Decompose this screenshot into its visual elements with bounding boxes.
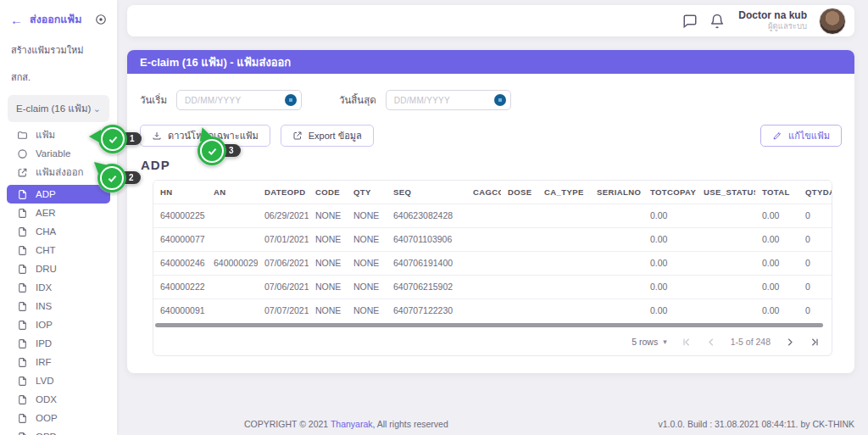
pagination-bar: 5 rows ▾ 1-5 of 248 bbox=[153, 328, 832, 355]
table-body: 64000022506/29/2021NONENONE6406230824280… bbox=[153, 204, 832, 322]
file-icon bbox=[17, 301, 28, 312]
first-page-icon[interactable] bbox=[680, 336, 693, 349]
table-cell bbox=[466, 227, 501, 251]
sidebar-item-create-new-file[interactable]: สร้างแฟ้มรวมใหม่ bbox=[0, 31, 117, 58]
sidebar-item-label: ODX bbox=[36, 394, 57, 404]
sidebar-header: ← ส่งออกแฟ้ม bbox=[0, 8, 117, 31]
table-cell bbox=[537, 204, 590, 227]
export-data-button[interactable]: Export ข้อมูล bbox=[281, 125, 374, 147]
sidebar-item-opd[interactable]: OPD bbox=[7, 427, 110, 435]
table-cell: 640000077 bbox=[153, 227, 207, 251]
table-cell: NONE bbox=[309, 227, 347, 251]
sidebar-item-odx[interactable]: ODX bbox=[7, 390, 110, 409]
export-icon bbox=[292, 131, 303, 141]
calendar-icon[interactable] bbox=[285, 94, 297, 106]
page-range: 1-5 of 248 bbox=[731, 337, 771, 347]
rows-per-page-select[interactable]: 5 rows ▾ bbox=[632, 337, 666, 347]
sidebar-item-label: AER bbox=[36, 208, 56, 218]
brand-link[interactable]: Thanyarak bbox=[331, 419, 373, 429]
table-cell: 640707122230 bbox=[387, 298, 466, 322]
eclaim-dropdown[interactable]: E-claim (16 แฟ้ม) ⌄ bbox=[8, 95, 109, 122]
table-cell: 0.00 bbox=[755, 204, 798, 227]
table-cell: NONE bbox=[347, 227, 387, 251]
footer: COPYRIGHT © 2021 Thanyarak, All rights r… bbox=[244, 419, 854, 429]
sidebar-item-dru[interactable]: DRU bbox=[7, 259, 110, 278]
table-cell bbox=[207, 227, 258, 251]
last-page-icon[interactable] bbox=[809, 336, 821, 349]
chevron-down-icon: ⌄ bbox=[93, 103, 101, 114]
sidebar-item-label: ADP bbox=[36, 189, 56, 199]
chat-icon[interactable] bbox=[682, 14, 698, 29]
sidebar-item-aer[interactable]: AER bbox=[7, 204, 110, 222]
table-cell: 0.00 bbox=[643, 227, 697, 251]
table-cell bbox=[466, 275, 501, 298]
folder-icon bbox=[17, 130, 28, 141]
avatar[interactable] bbox=[819, 8, 846, 35]
sidebar: ← ส่งออกแฟ้ม สร้างแฟ้มรวมใหม่ สกส. E-cla… bbox=[0, 0, 117, 435]
step-annotation-1: 1 bbox=[98, 125, 127, 153]
next-page-icon[interactable] bbox=[783, 336, 796, 349]
sidebar-item-label: IPD bbox=[36, 338, 52, 349]
table-row: 64000007707/01/2021NONENONE6407011039060… bbox=[153, 227, 832, 251]
horizontal-scrollbar[interactable] bbox=[155, 323, 823, 327]
calendar-icon[interactable] bbox=[494, 94, 506, 106]
table-cell bbox=[537, 251, 590, 275]
back-arrow-icon[interactable]: ← bbox=[10, 14, 23, 26]
previous-page-icon[interactable] bbox=[705, 336, 718, 349]
table-cell: 0.00 bbox=[643, 275, 697, 298]
caret-down-icon: ▾ bbox=[663, 337, 667, 346]
file-icon bbox=[17, 320, 28, 331]
file-icon bbox=[17, 338, 28, 349]
sidebar-item-cha[interactable]: CHA bbox=[7, 222, 110, 241]
user-name: Doctor na kub bbox=[738, 10, 807, 22]
table-cell bbox=[466, 251, 501, 275]
table-cell bbox=[501, 251, 537, 275]
column-header-dose: DOSE bbox=[501, 181, 537, 204]
column-header-hn: HN bbox=[153, 181, 207, 204]
table-cell: NONE bbox=[309, 275, 347, 298]
table-cell: 0.00 bbox=[755, 251, 798, 275]
sidebar-item-irf[interactable]: IRF bbox=[7, 353, 110, 371]
column-header-use_status: USE_STATUS bbox=[697, 181, 755, 204]
user-menu[interactable]: Doctor na kub ผู้ดูแลระบบ bbox=[738, 10, 807, 31]
sidebar-item-ipd[interactable]: IPD bbox=[7, 334, 110, 353]
sidebar-item-label: แฟ้มส่งออก bbox=[36, 165, 84, 180]
sidebar-item-ins[interactable]: INS bbox=[7, 297, 110, 315]
column-header-total: TOTAL bbox=[755, 181, 798, 204]
table-cell bbox=[590, 227, 643, 251]
table-cell bbox=[537, 298, 590, 322]
file-icon bbox=[17, 357, 28, 368]
check-icon bbox=[98, 125, 127, 153]
export-data-label: Export ข้อมูล bbox=[309, 128, 362, 143]
sidebar-item-lvd[interactable]: LVD bbox=[7, 371, 110, 390]
column-header-cagcode: CAGCODE bbox=[466, 181, 501, 204]
circle-icon bbox=[17, 148, 28, 159]
edit-file-button[interactable]: แก้ไขแฟ้ม bbox=[760, 125, 842, 147]
table-cell: 0.00 bbox=[643, 204, 697, 227]
sidebar-item-cht[interactable]: CHT bbox=[7, 241, 110, 259]
bell-icon[interactable] bbox=[709, 14, 725, 29]
sidebar-item-iop[interactable]: IOP bbox=[7, 315, 110, 334]
sidebar-item-label: LVD bbox=[36, 376, 54, 386]
target-icon[interactable] bbox=[95, 14, 107, 25]
adp-table: HNANDATEOPDCODEQTYSEQCAGCODEDOSECA_TYPES… bbox=[153, 181, 832, 322]
table-row: 64000022207/06/2021NONENONE6407062159020… bbox=[153, 275, 832, 298]
table-cell bbox=[466, 204, 501, 227]
sidebar-item-idx[interactable]: IDX bbox=[7, 278, 110, 297]
content-card: E-claim (16 แฟ้ม) - แฟ้มส่งออก วันเริ่ม … bbox=[127, 50, 854, 373]
column-header-qtyday: QTYDAY bbox=[798, 181, 832, 204]
sidebar-item-sks[interactable]: สกส. bbox=[0, 58, 117, 85]
eclaim-dropdown-value: E-claim (16 แฟ้ม) bbox=[16, 101, 91, 116]
sidebar-title: ส่งออกแฟ้ม bbox=[30, 11, 88, 28]
table-cell: NONE bbox=[347, 204, 387, 227]
start-date-input[interactable] bbox=[176, 90, 302, 110]
step-annotation-3: 3 bbox=[198, 137, 226, 165]
table-cell bbox=[697, 298, 755, 322]
table-row: 64000009107/07/2021NONENONE6407071222300… bbox=[153, 298, 832, 322]
sidebar-item-adp[interactable]: ADP bbox=[7, 185, 110, 204]
sidebar-item-label: OPD bbox=[36, 432, 57, 435]
table-cell: 640000225 bbox=[153, 204, 207, 227]
sidebar-item-label: CHT bbox=[36, 245, 56, 255]
sidebar-item-oop[interactable]: OOP bbox=[7, 409, 110, 427]
end-date-input[interactable] bbox=[386, 90, 511, 110]
